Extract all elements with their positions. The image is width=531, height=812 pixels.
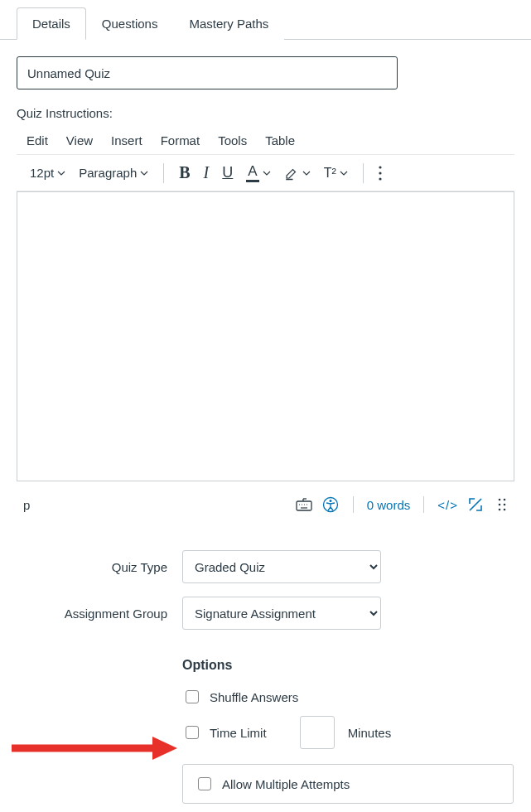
options-heading: Options <box>182 658 514 673</box>
chevron-down-icon <box>263 169 271 177</box>
allow-multiple-attempts-checkbox[interactable] <box>198 777 211 790</box>
tab-details[interactable]: Details <box>17 7 86 40</box>
tab-questions[interactable]: Questions <box>86 7 174 40</box>
more-options-button[interactable] <box>374 162 387 184</box>
toolbar-divider <box>163 163 164 183</box>
svg-point-2 <box>379 172 381 174</box>
menu-insert[interactable]: Insert <box>111 133 142 147</box>
svg-point-15 <box>504 499 506 501</box>
paragraph-select[interactable]: Paragraph <box>74 162 153 183</box>
editor-menu-bar: Edit View Insert Format Tools Table <box>17 127 514 154</box>
highlight-icon <box>284 166 299 181</box>
time-limit-minutes-input[interactable] <box>300 716 335 749</box>
svg-point-19 <box>504 509 506 511</box>
toolbar-divider <box>363 163 364 183</box>
accessibility-icon[interactable] <box>321 495 340 514</box>
chevron-down-icon <box>302 169 311 177</box>
menu-tools[interactable]: Tools <box>218 133 247 147</box>
superscript-button[interactable]: T² <box>319 162 353 184</box>
editor-toolbar: 12pt Paragraph B I U A T² <box>17 154 514 191</box>
kebab-icon <box>379 166 382 181</box>
allow-multiple-attempts-label: Allow Multiple Attempts <box>222 777 350 791</box>
menu-format[interactable]: Format <box>161 133 200 147</box>
svg-point-13 <box>329 500 331 502</box>
text-color-button[interactable]: A <box>241 160 275 186</box>
shuffle-answers-row: Shuffle Answers <box>182 683 514 711</box>
menu-edit[interactable]: Edit <box>27 133 48 147</box>
svg-point-18 <box>499 509 501 511</box>
assignment-group-label: Assignment Group <box>17 607 182 621</box>
quiz-type-label: Quiz Type <box>17 560 182 574</box>
status-divider <box>423 496 424 513</box>
chevron-down-icon <box>140 169 148 177</box>
editor-status-bar: p 0 words </> <box>17 484 514 517</box>
menu-view[interactable]: View <box>66 133 93 147</box>
bold-button[interactable]: B <box>174 160 195 186</box>
superscript-label: T² <box>324 166 336 181</box>
word-count[interactable]: 0 words <box>367 498 411 512</box>
shuffle-answers-label: Shuffle Answers <box>210 690 298 704</box>
tab-mastery-paths[interactable]: Mastery Paths <box>173 7 284 40</box>
italic-button[interactable]: I <box>199 160 215 186</box>
svg-point-14 <box>499 499 501 501</box>
time-limit-checkbox[interactable] <box>186 726 199 739</box>
font-size-label: 12pt <box>30 166 54 180</box>
time-limit-row: Time Limit Minutes <box>182 711 514 754</box>
editor-textarea[interactable] <box>17 191 514 481</box>
fullscreen-button[interactable] <box>466 495 485 514</box>
instructions-label: Quiz Instructions: <box>0 106 531 120</box>
assignment-group-select[interactable]: Signature Assignment <box>182 597 381 630</box>
status-divider <box>353 496 354 513</box>
time-limit-label: Time Limit <box>210 726 267 740</box>
shuffle-answers-checkbox[interactable] <box>186 690 199 703</box>
chevron-down-icon <box>340 169 348 177</box>
html-view-toggle[interactable]: </> <box>437 498 458 512</box>
drag-handle-icon[interactable] <box>493 495 511 514</box>
keyboard-icon[interactable] <box>295 495 313 514</box>
tabs-bar: Details Questions Mastery Paths <box>0 7 531 40</box>
allow-multiple-attempts-box: Allow Multiple Attempts <box>182 764 514 804</box>
font-size-select[interactable]: 12pt <box>25 162 70 183</box>
highlight-button[interactable] <box>279 162 316 184</box>
quiz-title-input[interactable] <box>17 56 398 89</box>
svg-point-1 <box>379 166 381 168</box>
paragraph-label: Paragraph <box>79 166 137 180</box>
menu-table[interactable]: Table <box>265 133 295 147</box>
minutes-label: Minutes <box>348 726 392 740</box>
svg-point-17 <box>504 504 506 506</box>
text-color-label: A <box>246 163 258 182</box>
element-path[interactable]: p <box>23 498 295 512</box>
svg-rect-4 <box>297 501 311 510</box>
svg-point-3 <box>379 177 381 180</box>
chevron-down-icon <box>57 169 65 177</box>
underline-button[interactable]: U <box>217 161 238 185</box>
quiz-type-select[interactable]: Graded Quiz <box>182 550 381 583</box>
svg-point-16 <box>499 504 501 506</box>
